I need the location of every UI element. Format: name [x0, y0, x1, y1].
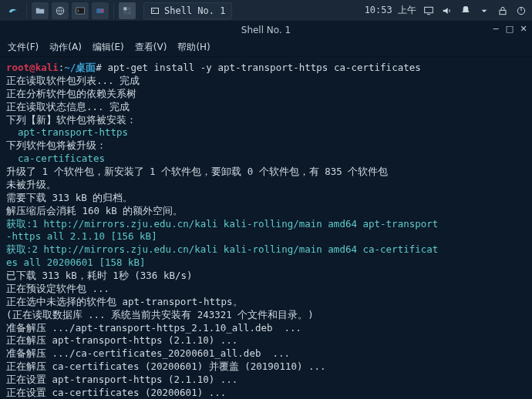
terminal-app-icon[interactable] — [72, 2, 89, 19]
power-icon[interactable] — [515, 5, 527, 17]
line: 正在设置 apt-transport-https (2.1.10) ... — [6, 374, 237, 385]
line: 正在读取软件包列表... 完成 — [6, 75, 140, 86]
line: 未被升级。 — [6, 179, 56, 190]
menu-edit[interactable]: 编辑(E) — [93, 41, 124, 54]
display-icon[interactable] — [423, 5, 435, 17]
svg-rect-6 — [123, 11, 126, 14]
svg-rect-10 — [500, 10, 506, 14]
prompt-user: root@kali — [6, 62, 59, 73]
line: 升级了 1 个软件包，新安装了 1 个软件包，要卸载 0 个软件包，有 835 … — [6, 166, 388, 177]
terminal-output[interactable]: root@kali:~/桌面# apt-get install -y apt-t… — [0, 57, 532, 399]
line-fetch: 获取:1 http://mirrors.zju.edu.cn/kali kali… — [6, 218, 438, 230]
lock-icon[interactable] — [497, 5, 509, 17]
svg-rect-1 — [76, 7, 85, 13]
workspace-switcher[interactable] — [119, 2, 136, 19]
active-window-button[interactable]: Shell No. 1 — [143, 2, 232, 19]
line: (正在读取数据库 ... 系统当前共安装有 243321 个文件和目录。) — [6, 309, 314, 320]
line-fetch: 获取:2 http://mirrors.zju.edu.cn/kali kali… — [6, 243, 438, 255]
browser-icon[interactable] — [52, 2, 69, 19]
prompt-path: ~/桌面 — [64, 62, 96, 73]
command: apt-get install -y apt-transport-https c… — [107, 62, 420, 73]
menu-view[interactable]: 查看(V) — [135, 41, 167, 54]
line: 正在解压 apt-transport-https (2.1.10) ... — [6, 334, 237, 346]
line: 正在选中未选择的软件包 — [6, 296, 123, 307]
active-window-label: Shell No. 1 — [164, 5, 225, 16]
folder-icon[interactable] — [32, 2, 49, 19]
line: 下列【新】软件包将被安装： — [6, 114, 136, 126]
line: 解压缩后会消耗 160 kB 的额外空间。 — [6, 205, 183, 216]
line: 正在预设定软件包 ... — [6, 283, 109, 294]
window-controls: ─ □ ✕ — [490, 23, 529, 34]
line: 下列软件包将被升级： — [6, 139, 106, 151]
menu-file[interactable]: 文件(F) — [8, 41, 39, 54]
separator — [113, 3, 114, 18]
svg-rect-4 — [123, 7, 126, 10]
overflow-icon[interactable] — [478, 5, 490, 17]
clock[interactable]: 10:53 上午 — [365, 4, 416, 17]
line: 需要下载 313 kB 的归档。 — [6, 192, 133, 203]
maximize-button[interactable]: □ — [504, 23, 515, 34]
svg-point-3 — [101, 9, 104, 12]
line: 准备解压 .../apt-transport-https_2.1.10_all.… — [6, 322, 301, 334]
close-button[interactable]: ✕ — [518, 23, 529, 34]
notifications-icon[interactable] — [460, 5, 472, 17]
taskbar: Shell No. 1 10:53 上午 — [0, 0, 532, 22]
line: 准备解压 .../ca-certificates_20200601_all.de… — [6, 347, 290, 359]
prompt-hash: # — [96, 62, 102, 73]
line-package: apt-transport-https — [6, 126, 128, 138]
line: 。 — [233, 296, 243, 307]
menu-help[interactable]: 帮助(H) — [177, 41, 210, 54]
recorder-icon[interactable] — [92, 2, 109, 19]
minimize-button[interactable]: ─ — [490, 23, 501, 34]
line-fetch: es all 20200601 [158 kB] — [6, 256, 146, 268]
line-package: ca-certificates — [6, 153, 105, 164]
kali-logo-icon[interactable] — [5, 2, 22, 19]
window-title-text: Shell No. 1 — [241, 25, 291, 35]
line-fetch: -https all 2.1.10 [156 kB] — [6, 230, 157, 242]
svg-rect-8 — [152, 8, 159, 13]
line: 正在设置 ca-certificates (20200601) ... — [6, 387, 226, 398]
line: 已下载 313 kB，耗时 1秒 (336 kB/s) — [6, 270, 193, 281]
volume-icon[interactable] — [441, 5, 453, 17]
line: 正在解压 ca-certificates (20200601) 并覆盖 (201… — [6, 360, 326, 372]
taskbar-right: 10:53 上午 — [365, 4, 527, 17]
line: 正在分析软件包的依赖关系树 — [6, 88, 136, 99]
line: 正在读取状态信息... 完成 — [6, 101, 130, 112]
menubar: 文件(F) 动作(A) 编辑(E) 查看(V) 帮助(H) — [0, 39, 532, 57]
taskbar-left: Shell No. 1 — [5, 2, 232, 19]
line-package: apt-transport-https — [123, 296, 233, 307]
svg-rect-5 — [128, 7, 131, 10]
svg-rect-7 — [128, 11, 131, 14]
menu-actions[interactable]: 动作(A) — [49, 41, 82, 54]
window-titlebar: Shell No. 1 ─ □ ✕ — [0, 22, 532, 39]
svg-rect-9 — [425, 7, 433, 12]
separator — [26, 3, 27, 18]
